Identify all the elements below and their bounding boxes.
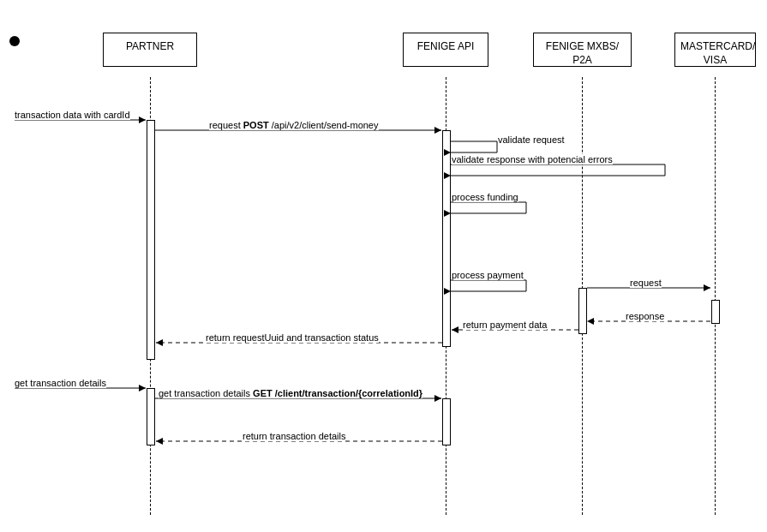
activation-fenige-mxbs bbox=[578, 288, 587, 334]
actor-partner: PARTNER bbox=[103, 33, 197, 67]
lifeline-mastercard bbox=[715, 77, 716, 515]
label-get-transaction-details-get: get transaction details GET /client/tran… bbox=[159, 388, 422, 398]
label-validate-request: validate request bbox=[498, 134, 565, 145]
activation-fenige-api bbox=[442, 130, 451, 347]
activation-partner bbox=[147, 120, 155, 360]
label-validate-response: validate response with potencial errors bbox=[452, 154, 613, 164]
label-process-funding: process funding bbox=[452, 192, 518, 202]
label-request-post: request POST /api/v2/client/send-money bbox=[209, 120, 379, 130]
activation-mastercard bbox=[711, 300, 720, 324]
start-node bbox=[9, 36, 20, 46]
actor-fenige-api: FENIGE API bbox=[403, 33, 488, 67]
label-process-payment: process payment bbox=[452, 270, 524, 280]
activation-partner-2 bbox=[147, 388, 155, 445]
label-response: response bbox=[626, 311, 664, 321]
label-return-transaction-details: return transaction details bbox=[243, 431, 345, 441]
label-get-transaction-details: get transaction details bbox=[15, 378, 106, 388]
label-request: request bbox=[630, 278, 662, 288]
label-transaction-data: transaction data with cardId bbox=[15, 110, 130, 120]
sequence-diagram: PARTNER FENIGE API FENIGE MXBS/P2A MASTE… bbox=[0, 0, 767, 532]
label-return-requestuuid: return requestUuid and transaction statu… bbox=[206, 332, 379, 343]
label-return-payment-data: return payment data bbox=[463, 320, 547, 330]
actor-fenige-mxbs: FENIGE MXBS/P2A bbox=[533, 33, 632, 67]
actor-mastercard: MASTERCARD/VISA bbox=[674, 33, 756, 67]
arrows-svg bbox=[0, 0, 767, 532]
activation-fenige-api-2 bbox=[442, 398, 451, 445]
